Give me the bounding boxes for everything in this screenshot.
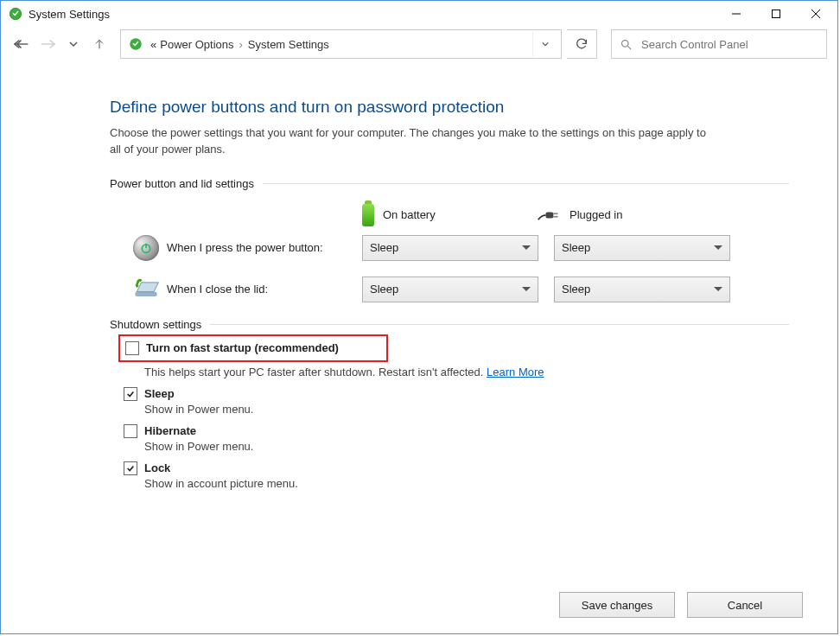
dropdown-power-plugged[interactable]: Sleep bbox=[554, 235, 730, 261]
search-box[interactable] bbox=[611, 29, 827, 59]
address-app-icon bbox=[128, 36, 143, 52]
maximize-button[interactable] bbox=[756, 1, 796, 27]
refresh-button[interactable] bbox=[567, 29, 597, 59]
search-icon bbox=[612, 38, 640, 51]
battery-icon bbox=[362, 204, 374, 226]
sleep-desc: Show in Power menu. bbox=[144, 403, 789, 416]
fast-startup-highlight: Turn on fast startup (recommended) bbox=[118, 334, 388, 362]
col-header-plugged: Plugged in bbox=[570, 208, 622, 221]
row-power-button: When I press the power button: Sleep Sle… bbox=[110, 235, 789, 261]
cancel-button[interactable]: Cancel bbox=[687, 592, 803, 618]
lock-checkbox[interactable] bbox=[124, 461, 137, 475]
chevron-down-icon bbox=[714, 245, 722, 250]
hibernate-checkbox[interactable] bbox=[124, 424, 137, 438]
fast-startup-checkbox[interactable] bbox=[125, 341, 139, 355]
chevron-right-icon: › bbox=[239, 38, 243, 51]
chevron-down-icon bbox=[522, 287, 531, 291]
search-input[interactable] bbox=[640, 37, 826, 52]
window-title: System Settings bbox=[29, 8, 110, 21]
svg-line-11 bbox=[627, 46, 631, 49]
column-headers: On battery Plugged in bbox=[110, 204, 789, 226]
breadcrumb-prefix: « bbox=[150, 38, 156, 51]
lock-desc: Show in account picture menu. bbox=[144, 477, 789, 490]
col-header-battery: On battery bbox=[383, 208, 436, 221]
row-lid: When I close the lid: Sleep Sleep bbox=[110, 277, 789, 302]
lid-label: When I close the lid: bbox=[167, 283, 362, 296]
fast-startup-label: Turn on fast startup (recommended) bbox=[146, 341, 339, 354]
hibernate-desc: Show in Power menu. bbox=[144, 440, 789, 453]
close-button[interactable] bbox=[796, 1, 836, 27]
sleep-label: Sleep bbox=[144, 387, 175, 400]
chevron-down-icon bbox=[714, 287, 722, 291]
lock-label: Lock bbox=[144, 461, 170, 474]
address-dropdown-button[interactable] bbox=[532, 32, 557, 56]
window-frame: System Settings bbox=[0, 0, 838, 634]
breadcrumb-item-power-options[interactable]: Power Options bbox=[160, 38, 233, 51]
lid-icon bbox=[130, 277, 162, 302]
hibernate-label: Hibernate bbox=[144, 424, 196, 437]
chevron-down-icon bbox=[522, 245, 531, 250]
plug-icon bbox=[537, 207, 561, 223]
svg-rect-3 bbox=[773, 10, 780, 18]
svg-rect-12 bbox=[546, 212, 554, 218]
content-area: Define power buttons and turn on passwor… bbox=[1, 61, 837, 633]
power-button-icon bbox=[133, 235, 159, 261]
save-button[interactable]: Save changes bbox=[559, 592, 675, 618]
nav-row: « Power Options › System Settings bbox=[1, 27, 837, 61]
power-button-label: When I press the power button: bbox=[167, 241, 362, 254]
address-bar[interactable]: « Power Options › System Settings bbox=[120, 29, 562, 59]
breadcrumb-item-system-settings[interactable]: System Settings bbox=[248, 38, 329, 51]
nav-back-button[interactable] bbox=[11, 34, 32, 54]
breadcrumb: « Power Options › System Settings bbox=[147, 38, 532, 51]
page-title: Define power buttons and turn on passwor… bbox=[110, 98, 789, 117]
dropdown-lid-battery[interactable]: Sleep bbox=[362, 277, 538, 302]
titlebar: System Settings bbox=[1, 1, 837, 27]
power-section-label: Power button and lid settings bbox=[110, 177, 789, 190]
recent-locations-button[interactable] bbox=[63, 34, 84, 54]
dropdown-lid-plugged[interactable]: Sleep bbox=[554, 277, 730, 302]
shutdown-section-label: Shutdown settings bbox=[110, 318, 789, 331]
minimize-button[interactable] bbox=[716, 1, 756, 27]
svg-rect-17 bbox=[135, 291, 156, 296]
svg-point-10 bbox=[621, 40, 628, 47]
bottom-bar: Save changes Cancel bbox=[559, 592, 803, 618]
fast-startup-desc: This helps start your PC faster after sh… bbox=[144, 366, 487, 378]
sleep-checkbox[interactable] bbox=[124, 387, 137, 401]
app-icon bbox=[8, 6, 23, 22]
nav-forward-button[interactable] bbox=[37, 34, 58, 54]
dropdown-power-battery[interactable]: Sleep bbox=[362, 235, 538, 261]
learn-more-link[interactable]: Learn More bbox=[487, 366, 544, 378]
nav-up-button[interactable] bbox=[89, 34, 110, 54]
page-description: Choose the power settings that you want … bbox=[110, 125, 715, 158]
